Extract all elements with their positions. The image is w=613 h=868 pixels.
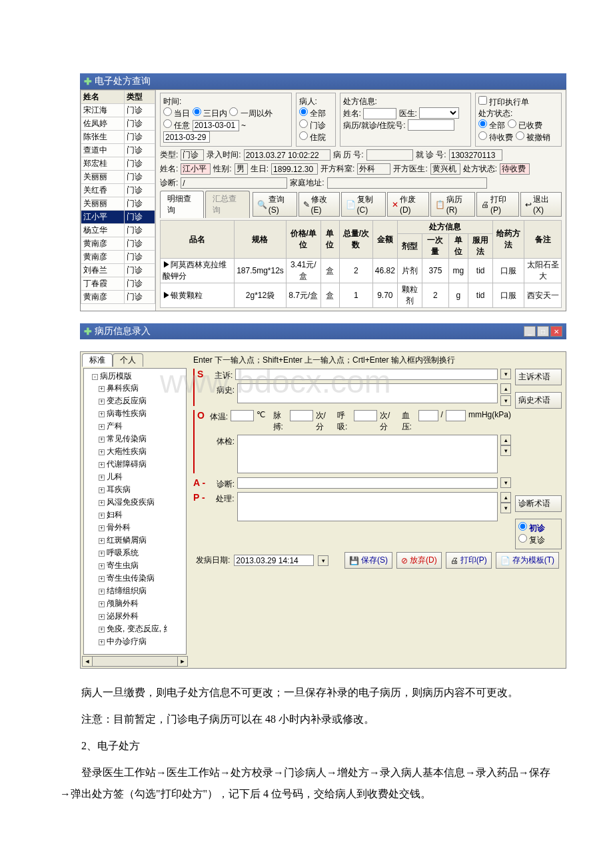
radio-return-visit[interactable]: 复诊 <box>518 535 545 545</box>
tree-item[interactable]: +呼吸系统 <box>99 547 185 559</box>
expand-icon[interactable]: ▾ <box>500 369 511 379</box>
tree-tab-standard[interactable]: 标准 <box>82 353 113 367</box>
scroll-left-icon[interactable]: ◄ <box>82 656 93 667</box>
tree-item[interactable]: +骨外科 <box>99 521 185 534</box>
void-button[interactable]: ✕作废(D) <box>387 192 429 217</box>
maximize-button[interactable]: □ <box>537 326 549 337</box>
drug-row[interactable]: ▶银黄颗粒2g*12袋8.7元/盒盒19.70颗粒剂2gtid口服西安天一 <box>161 283 562 308</box>
patient-row[interactable]: 黄南彦门诊 <box>81 251 155 264</box>
patient-row[interactable]: 关丽丽门诊 <box>81 171 155 184</box>
tree-item[interactable]: +妇科 <box>99 509 185 521</box>
radio-one-week[interactable]: 一周以外 <box>229 109 272 118</box>
tree-item[interactable]: +儿科 <box>99 471 185 483</box>
patient-row[interactable]: 黄南彦门诊 <box>81 291 155 304</box>
scroll-up-icon[interactable]: ▴ <box>500 492 511 503</box>
tree-item[interactable]: +免疫, 变态反应, 纟 <box>99 623 185 635</box>
dx-term-button[interactable]: 诊断术语 <box>515 495 562 512</box>
radio-status-void[interactable]: 被撤销 <box>516 133 550 142</box>
tree-item[interactable]: +代谢障碍病 <box>99 458 185 471</box>
patient-row[interactable]: 刘春兰门诊 <box>81 264 155 277</box>
tree-item[interactable]: +变态反应病 <box>99 395 185 407</box>
chief-input[interactable] <box>235 369 498 380</box>
scroll-right-icon[interactable]: ► <box>177 656 188 667</box>
save-template-button[interactable]: 📄存为模板(T) <box>496 552 559 569</box>
patient-row[interactable]: 关丽丽门诊 <box>81 197 155 211</box>
expand-icon[interactable]: ▾ <box>500 477 511 488</box>
discard-button[interactable]: ⊘放弃(D) <box>396 552 442 569</box>
save-button[interactable]: 💾保存(S) <box>344 552 392 569</box>
modify-button[interactable]: ✎修改(E) <box>299 192 340 217</box>
tree-tab-personal[interactable]: 个人 <box>113 353 143 367</box>
patient-row[interactable]: 查道中门诊 <box>81 144 155 157</box>
history-input[interactable] <box>237 383 498 403</box>
tree-item[interactable]: +鼻科疾病 <box>99 382 185 395</box>
tree-item[interactable]: +泌尿外科 <box>99 610 185 623</box>
tree-item[interactable]: +寄生虫传染病 <box>99 572 185 585</box>
patient-row[interactable]: 丁春霞门诊 <box>81 277 155 291</box>
query-button[interactable]: 🔍查询(S) <box>253 192 297 217</box>
bp-sys-input[interactable] <box>418 410 438 421</box>
dropdown-icon[interactable]: ▾ <box>318 555 328 566</box>
scroll-up-icon[interactable]: ▴ <box>500 435 511 445</box>
tree-item[interactable]: +结缔组织病 <box>99 585 185 597</box>
bp-dia-input[interactable] <box>446 410 466 421</box>
patient-row[interactable]: 杨立华门诊 <box>81 224 155 237</box>
onset-date-input[interactable] <box>234 555 314 566</box>
filter-doctor-select[interactable] <box>419 107 459 119</box>
template-tree[interactable]: -病历模版 +鼻科疾病+变态反应病+病毒性疾病+产科+常见传染病+大疱性疾病+代… <box>83 368 187 655</box>
patient-row[interactable]: 佐凤婷门诊 <box>81 117 155 131</box>
scroll-down-icon[interactable]: ▾ <box>500 445 511 456</box>
history-term-button[interactable]: 病史术语 <box>515 392 562 409</box>
close-button[interactable]: ✕ <box>550 326 562 337</box>
filter-name-input[interactable] <box>363 108 396 119</box>
radio-inpatient[interactable]: 住院 <box>299 133 326 142</box>
tree-item[interactable]: +中办诊疗病 <box>99 635 185 648</box>
dx-input[interactable] <box>237 477 498 489</box>
tx-input[interactable] <box>237 492 498 521</box>
radio-outpatient[interactable]: 门诊 <box>299 121 326 130</box>
radio-all-patients[interactable]: 全部 <box>299 109 326 118</box>
patient-row[interactable]: 郑宏桂门诊 <box>81 157 155 171</box>
tree-item[interactable]: +寄生虫病 <box>99 559 185 572</box>
tree-item[interactable]: +风湿免疫疾病 <box>99 496 185 509</box>
exam-input[interactable] <box>237 435 498 473</box>
date-from[interactable] <box>193 120 239 131</box>
pulse-input[interactable] <box>290 410 313 421</box>
resp-input[interactable] <box>354 410 377 421</box>
scroll-down-icon[interactable]: ▾ <box>500 395 511 406</box>
tree-item[interactable]: +病毒性疾病 <box>99 407 185 420</box>
temp-input[interactable] <box>231 410 254 421</box>
print-button[interactable]: 🖨打印(P) <box>476 192 519 217</box>
patient-row[interactable]: 江小平门诊 <box>81 211 155 224</box>
minimize-button[interactable]: _ <box>524 326 536 337</box>
patient-row[interactable]: 陈张生门诊 <box>81 131 155 144</box>
date-to[interactable] <box>163 131 210 143</box>
copy-button[interactable]: 📄复制(C) <box>341 192 386 217</box>
scroll-down-icon[interactable]: ▾ <box>500 503 511 513</box>
filter-record-input[interactable] <box>408 119 454 131</box>
radio-three-days[interactable]: 三日内 <box>193 109 227 118</box>
patient-row[interactable]: 宋江海门诊 <box>81 104 155 117</box>
patient-row[interactable]: 关红香门诊 <box>81 184 155 197</box>
chief-term-button[interactable]: 主诉术语 <box>515 369 562 385</box>
radio-status-unpaid[interactable]: 待收费 <box>478 133 513 142</box>
scroll-up-icon[interactable]: ▴ <box>500 383 511 394</box>
tab-detail[interactable]: 明细查询 <box>160 191 204 218</box>
exit-button[interactable]: ↩退出(X) <box>520 192 562 217</box>
tree-item[interactable]: +耳疾病 <box>99 483 185 496</box>
chk-print-exec[interactable]: 打印执行单 <box>478 97 529 107</box>
radio-today[interactable]: 当日 <box>163 109 190 118</box>
tree-item[interactable]: +红斑鳞屑病 <box>99 534 185 547</box>
drug-row[interactable]: ▶阿莫西林克拉维酸钾分187.5mg*12s3.41元/盒盒246.82片剂37… <box>161 259 562 283</box>
record-button[interactable]: 📋病历(R) <box>430 192 475 217</box>
radio-any[interactable]: 任意 <box>163 121 190 130</box>
tree-item[interactable]: +大疱性疾病 <box>99 445 185 458</box>
radio-first-visit[interactable]: 初诊 <box>518 523 545 533</box>
tab-summary[interactable]: 汇总查询 <box>205 191 249 218</box>
tree-item[interactable]: +颅脑外科 <box>99 597 185 610</box>
tree-item[interactable]: +产科 <box>99 420 185 433</box>
radio-status-all[interactable]: 全部 <box>478 121 505 130</box>
print-button-2[interactable]: 🖨打印(P) <box>446 552 492 569</box>
patient-row[interactable]: 黄南彦门诊 <box>81 237 155 251</box>
tree-item[interactable]: +常见传染病 <box>99 433 185 445</box>
